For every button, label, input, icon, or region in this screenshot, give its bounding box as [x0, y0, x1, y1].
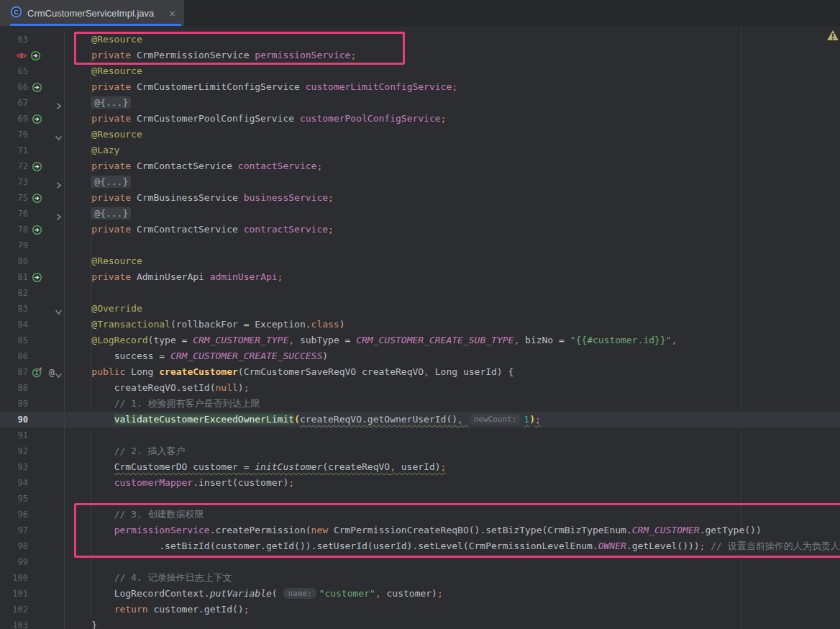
code-line-79[interactable]: 79 [0, 237, 840, 253]
gutter[interactable]: 70 [0, 127, 65, 142]
code-line-92[interactable]: 92 // 2. 插入客户 [0, 443, 840, 459]
code-line-102[interactable]: 102 return customer.getId(); [0, 602, 840, 617]
gutter[interactable]: 99 [0, 554, 65, 570]
code-line-76[interactable]: 76 @{...} [0, 206, 840, 222]
line-number[interactable]: 66 [18, 79, 28, 95]
line-number[interactable]: 72 [18, 158, 28, 174]
code-line-82[interactable]: 82 [0, 285, 840, 301]
gutter[interactable]: 93 [0, 459, 65, 475]
line-number[interactable]: 87 [18, 364, 28, 380]
line-number[interactable]: 65 [18, 63, 28, 79]
line-number[interactable]: 103 [12, 617, 28, 629]
gutter[interactable]: 103 [0, 617, 65, 629]
code-line-69[interactable]: 69 private CrmCustomerPoolConfigService … [0, 111, 840, 127]
gutter[interactable]: 82 [0, 285, 65, 301]
line-number[interactable]: 81 [18, 269, 28, 285]
line-number[interactable]: 78 [18, 222, 28, 237]
line-number[interactable]: 88 [18, 380, 28, 396]
code-line-71[interactable]: 71 @Lazy [0, 142, 840, 158]
line-number[interactable]: 75 [18, 190, 28, 206]
fold-collapsed-icon[interactable] [55, 99, 65, 107]
line-number[interactable]: 102 [12, 602, 28, 617]
code-line-66[interactable]: 66 private CrmCustomerLimitConfigService… [0, 79, 840, 95]
code-line-65[interactable]: 65 @Resource [0, 63, 840, 79]
code-line-72[interactable]: 72 private CrmContactService contactServ… [0, 158, 840, 174]
gutter[interactable]: 73 [0, 174, 65, 190]
tab-crmcustomerserviceimpl[interactable]: C CrmCustomerServiceImpl.java × [0, 0, 184, 26]
code-line-70[interactable]: 70 @Resource [0, 127, 840, 142]
gutter[interactable]: 67 [0, 95, 65, 111]
line-number[interactable]: 80 [18, 253, 28, 269]
gutter[interactable] [0, 47, 65, 63]
line-number[interactable]: 86 [18, 348, 28, 364]
code-line-86[interactable]: 86 success = CRM_CUSTOMER_CREATE_SUCCESS… [0, 348, 840, 364]
gutter[interactable]: 76 [0, 206, 65, 222]
gutter[interactable]: 69 [0, 111, 65, 127]
line-number[interactable]: 98 [18, 538, 28, 554]
gutter[interactable]: 100 [0, 570, 65, 586]
line-number[interactable]: 71 [18, 142, 28, 158]
line-number[interactable]: 92 [18, 443, 28, 459]
gutter[interactable]: 86 [0, 348, 65, 364]
gutter[interactable]: 90 [0, 412, 65, 427]
gutter[interactable]: 98 [0, 538, 65, 554]
code-line-88[interactable]: 88 createReqVO.setId(null); [0, 380, 840, 396]
gutter[interactable]: 78 [0, 222, 65, 237]
line-number[interactable]: 101 [12, 586, 28, 602]
line-number[interactable]: 100 [12, 570, 28, 586]
line-number[interactable]: 91 [18, 427, 28, 443]
line-number[interactable]: 95 [18, 491, 28, 507]
gutter[interactable]: 88 [0, 380, 65, 396]
code-line-94[interactable]: 94 customerMapper.insert(customer); [0, 475, 840, 491]
code-line-91[interactable]: 91 [0, 427, 840, 443]
inspection-warning-icon[interactable] [826, 30, 839, 44]
gutter[interactable]: 83 [0, 301, 65, 317]
line-number[interactable]: 84 [18, 317, 28, 332]
line-number[interactable]: 90 [18, 412, 28, 427]
tab-close-icon[interactable]: × [168, 8, 177, 19]
line-number[interactable]: 67 [18, 95, 28, 111]
gutter[interactable]: 72 [0, 158, 65, 174]
line-number[interactable]: 85 [18, 332, 28, 348]
code-line-103[interactable]: 103 } [0, 617, 840, 629]
gutter[interactable]: 65 [0, 63, 65, 79]
line-number[interactable]: 83 [18, 301, 28, 317]
gutter[interactable]: 79 [0, 237, 65, 253]
line-number[interactable]: 69 [18, 111, 28, 127]
code-line-75[interactable]: 75 private CrmBusinessService businessSe… [0, 190, 840, 206]
fold-expanded-icon[interactable] [55, 304, 65, 313]
code-line-81[interactable]: 81 private AdminUserApi adminUserApi; [0, 269, 840, 285]
line-number[interactable]: 97 [18, 522, 28, 538]
line-number[interactable]: 73 [18, 174, 28, 190]
code-line-85[interactable]: 85 @LogRecord(type = CRM_CUSTOMER_TYPE, … [0, 332, 840, 348]
code-line-80[interactable]: 80 @Resource [0, 253, 840, 269]
line-number[interactable]: 94 [18, 475, 28, 491]
code-line-83[interactable]: 83 @Override [0, 301, 840, 317]
fold-expanded-icon[interactable] [55, 130, 65, 139]
line-number[interactable]: 89 [18, 396, 28, 412]
gutter[interactable]: 85 [0, 332, 65, 348]
gutter[interactable]: 101 [0, 586, 65, 602]
line-number[interactable]: 96 [18, 507, 28, 522]
code-line-78[interactable]: 78 private CrmContractService contractSe… [0, 222, 840, 237]
code-line-93[interactable]: 93 CrmCustomerDO customer = initCustomer… [0, 459, 840, 475]
code-line-84[interactable]: 84 @Transactional(rollbackFor = Exceptio… [0, 317, 840, 332]
line-number[interactable]: 82 [18, 285, 28, 301]
code-line-90[interactable]: 90 validateCustomerExceedOwnerLimit(crea… [0, 412, 840, 427]
code-line-87[interactable]: 87I@ public Long createCustomer(CrmCusto… [0, 364, 840, 380]
gutter[interactable]: 97 [0, 522, 65, 538]
code-line-89[interactable]: 89 // 1. 校验拥有客户是否到达上限 [0, 396, 840, 412]
gutter[interactable]: 91 [0, 427, 65, 443]
gutter[interactable]: 92 [0, 443, 65, 459]
code-line-100[interactable]: 100 // 4. 记录操作日志上下文 [0, 570, 840, 586]
code-line-73[interactable]: 73 @{...} [0, 174, 840, 190]
gutter[interactable]: 71 [0, 142, 65, 158]
gutter[interactable]: 94 [0, 475, 65, 491]
gutter[interactable]: 95 [0, 491, 65, 507]
line-number[interactable]: 63 [18, 32, 28, 47]
fold-collapsed-icon[interactable] [55, 209, 65, 218]
gutter[interactable]: 89 [0, 396, 65, 412]
line-number[interactable]: 93 [18, 459, 28, 475]
gutter[interactable]: 87I@ [0, 364, 65, 380]
line-number[interactable]: 99 [18, 554, 28, 570]
